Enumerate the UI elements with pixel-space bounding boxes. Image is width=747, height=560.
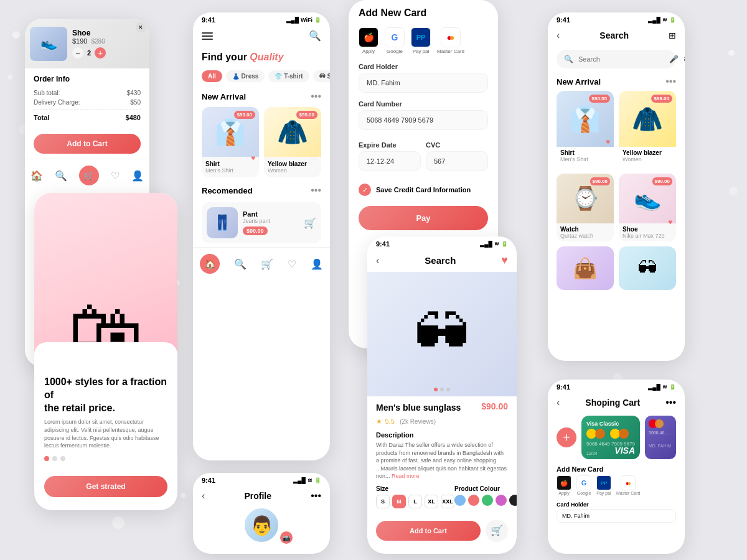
- size-xl[interactable]: XL: [425, 495, 438, 508]
- pay-mastercard[interactable]: ●● Master Card: [437, 27, 464, 54]
- bag-card-2[interactable]: 🕶: [619, 246, 676, 290]
- hero-content: 1000+ styles for a fraction of the retai…: [34, 367, 177, 470]
- stars-icon: ★: [376, 418, 382, 425]
- status-bar-detail: 9:41 ▂▄█ ≋ 🔋: [367, 236, 517, 249]
- product-blazer[interactable]: 🧥 $95.00 Yellow blazer Women ♡: [264, 107, 321, 177]
- nav-cart-shop[interactable]: 🛒: [261, 258, 273, 270]
- nav-profile-icon[interactable]: 👤: [131, 170, 144, 182]
- more-dots-new-arrival[interactable]: •••: [311, 91, 321, 102]
- pay-button[interactable]: Pay: [359, 206, 488, 230]
- mic-icon[interactable]: 🎤: [669, 55, 679, 63]
- watch-heart-icon[interactable]: ♡: [603, 218, 610, 226]
- shop-search-icon[interactable]: 🔍: [309, 30, 321, 42]
- camera-icon[interactable]: 📷: [280, 531, 293, 544]
- mini-card-num: 5068 46...: [649, 431, 672, 435]
- shirt-heart-icon[interactable]: ♥: [251, 154, 255, 162]
- nav-profile-shop[interactable]: 👤: [311, 258, 323, 270]
- payment-methods: 🍎 Apply G Google PP Pay pal ●● Master Ca…: [349, 22, 498, 59]
- watch-card[interactable]: ⌚ $90.00 Watch Qurtaz watch ♡: [557, 174, 614, 241]
- profile-options-icon[interactable]: •••: [311, 490, 321, 502]
- color-blue[interactable]: [454, 495, 466, 506]
- qty-plus-button[interactable]: +: [95, 47, 106, 58]
- size-xxl[interactable]: XXL: [441, 495, 454, 508]
- filter-sunglass[interactable]: 🕶 Sun glass: [313, 70, 330, 82]
- visa-card[interactable]: Visa Classic 5068 4649 7909 5679 12/24 V…: [581, 416, 640, 459]
- subtotal-label: Sub total:: [34, 90, 60, 96]
- pay-paypal[interactable]: PP Pay pal: [411, 27, 431, 54]
- visa-logo: VISA: [614, 446, 635, 455]
- close-button[interactable]: ✕: [136, 22, 146, 32]
- detail-title: Search: [425, 255, 456, 266]
- add-to-cart-button[interactable]: Add to Cart: [34, 134, 141, 154]
- detail-heart-icon[interactable]: ♥: [501, 254, 508, 267]
- mini-paypal-pay[interactable]: PP Pay pal: [596, 475, 611, 495]
- shoe-card[interactable]: 👟 $90.00 Shoe Nike air Max 720 ♥: [619, 174, 676, 241]
- color-red[interactable]: [468, 495, 479, 506]
- size-l[interactable]: L: [408, 495, 422, 508]
- time-detail: 9:41: [376, 240, 390, 248]
- more-dots-search[interactable]: •••: [665, 76, 676, 87]
- filter-icon[interactable]: ≡: [684, 54, 685, 64]
- color-black[interactable]: [509, 495, 517, 506]
- nav-search-icon[interactable]: 🔍: [55, 170, 67, 182]
- card-number-input[interactable]: [359, 110, 488, 130]
- scart-options-icon[interactable]: •••: [665, 397, 676, 408]
- card-holder-input[interactable]: [359, 73, 488, 93]
- pant-cart-icon[interactable]: 🛒: [304, 217, 316, 229]
- back-button[interactable]: ‹: [376, 255, 379, 266]
- color-purple[interactable]: [496, 495, 507, 506]
- scart-title: Shoping Cart: [560, 398, 665, 408]
- expire-input[interactable]: [359, 151, 421, 171]
- pay-apple[interactable]: 🍎 Apply: [359, 27, 378, 54]
- save-check-icon[interactable]: ✓: [359, 184, 371, 196]
- blazer-price-badge: $95.00: [296, 111, 317, 119]
- mini-apple-pay[interactable]: 🍎 Apply: [557, 475, 571, 495]
- ch-input[interactable]: [557, 509, 676, 523]
- new-arrival-title-search: New Arrival: [557, 77, 601, 86]
- add-to-cart-button-detail[interactable]: Add to Cart: [376, 521, 481, 541]
- product-shirt[interactable]: 👔 $90.00 Shirt Men's Shirt ♥: [202, 107, 259, 177]
- pay-google[interactable]: G Google: [385, 27, 405, 54]
- search-input[interactable]: [578, 55, 664, 63]
- profile-back-button[interactable]: ‹: [202, 490, 205, 502]
- color-green[interactable]: [482, 495, 493, 506]
- cvc-input[interactable]: [426, 151, 488, 171]
- arrival-blazer[interactable]: 🧥 $98.00 ♡ Yellow blazer Women: [619, 91, 676, 165]
- paypal-label: Pay pal: [413, 49, 430, 54]
- nav-heart-icon[interactable]: ♡: [111, 170, 120, 182]
- watch-shoe-grid: ⌚ $90.00 Watch Qurtaz watch ♡ 👟 $90.00 S…: [548, 169, 685, 241]
- mini-mastercard-pay[interactable]: ●● Master Card: [616, 475, 641, 495]
- arrival-blazer-heart[interactable]: ♡: [665, 138, 672, 146]
- mini-card[interactable]: 5068 46... MD. FAHIM: [645, 416, 676, 459]
- search-back-button[interactable]: ‹: [557, 30, 560, 41]
- rec-pant[interactable]: 👖 Pant Jeans pant $90.00 🛒: [202, 202, 321, 243]
- save-label: Save Credit Card Information: [376, 186, 471, 194]
- desc-title: Description: [376, 431, 508, 439]
- shoe-heart-icon[interactable]: ♥: [668, 218, 672, 226]
- filter-all[interactable]: All: [202, 70, 222, 82]
- filter-dress[interactable]: 👗 Dress: [226, 70, 265, 82]
- size-m[interactable]: M: [392, 495, 406, 508]
- size-s[interactable]: S: [376, 495, 390, 508]
- blazer-heart-icon[interactable]: ♡: [311, 154, 317, 162]
- more-dots-rec[interactable]: •••: [311, 185, 321, 196]
- arrival-shirt[interactable]: 👔 $90.55 ♥ Shirt Men's Shirt: [557, 91, 614, 165]
- nav-search-shop[interactable]: 🔍: [234, 258, 247, 270]
- qty-minus-button[interactable]: −: [72, 47, 83, 58]
- nav-home-shop[interactable]: 🏠: [200, 254, 220, 274]
- nav-home-icon[interactable]: 🏠: [31, 170, 43, 182]
- hamburger-menu[interactable]: [202, 32, 213, 40]
- mini-google-pay[interactable]: G Google: [576, 475, 591, 495]
- cart-round-button[interactable]: 🛒: [486, 520, 508, 542]
- new-card-button[interactable]: +: [557, 427, 576, 447]
- bag-card-1[interactable]: 👜: [557, 246, 614, 290]
- read-more-link[interactable]: Read more: [392, 473, 420, 479]
- nav-heart-shop[interactable]: ♡: [288, 258, 296, 270]
- filter-tshirt[interactable]: 👕 T-shirt: [268, 70, 309, 82]
- search-filter-icon[interactable]: ⊞: [669, 30, 676, 40]
- pant-price: $90.00: [243, 226, 268, 235]
- card-holder-label: Card Holder: [359, 63, 488, 70]
- nav-cart-icon[interactable]: 🛒: [79, 166, 99, 185]
- arrival-shirt-heart[interactable]: ♥: [606, 138, 610, 146]
- get-started-button[interactable]: Get strated: [44, 476, 167, 497]
